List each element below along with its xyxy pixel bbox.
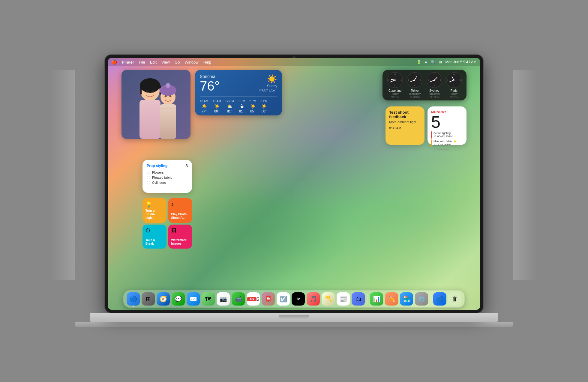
clock-cupertino: 12 3 6 9 Cupertino Today +0HRS [387, 72, 404, 98]
reminder-item-2: Cylinders [147, 181, 188, 184]
dock-system-preferences[interactable]: ⚙️ [415, 292, 428, 306]
dock-mail[interactable]: ✉️ [187, 292, 200, 306]
reminder-item-0: Flowers [147, 171, 188, 174]
notes-title: Test shoot feedback [389, 110, 421, 119]
weather-hour-0: 10 AM ☀️ 77° [200, 100, 208, 113]
screen: 🍎 Finder File Edit View Go Window Help 🔋… [108, 58, 480, 310]
reminders-widget: Prop styling 3 Flowers Pleated fabric Cy… [142, 160, 192, 193]
dock-numbers[interactable]: 📊 [370, 292, 383, 306]
calendar-day: 5 [431, 114, 463, 130]
menubar-right: 🔋 ● 🔍 ⊞ Mon Jun 5 9:41 AM [417, 60, 476, 64]
weather-condition: Sunny [259, 84, 277, 88]
notes-body: More ambient light [389, 120, 421, 124]
reminders-title: Prop styling [147, 164, 167, 168]
file-menu[interactable]: File [139, 60, 145, 64]
control-center-icon[interactable]: ⊞ [439, 60, 442, 64]
macbook-base [90, 313, 498, 322]
apple-menu[interactable]: 🍎 [112, 59, 117, 65]
menubar: 🍎 Finder File Edit View Go Window Help 🔋… [108, 58, 480, 66]
dock-calendar[interactable]: JUN 5 [247, 292, 260, 306]
shortcut-studio-light[interactable]: 💡 Turn on Studio Ligh... [142, 198, 166, 223]
weather-sun-icon: ☀️ [259, 74, 277, 84]
svg-point-8 [152, 90, 154, 93]
dock-finder[interactable]: 🔵 [127, 292, 140, 306]
photo-svg [122, 70, 190, 139]
dock-news[interactable]: 📰 [337, 292, 350, 306]
svg-rect-6 [140, 100, 160, 139]
svg-point-11 [166, 83, 170, 88]
notes-time: 8:30 AM [389, 126, 421, 130]
help-menu[interactable]: Help [203, 60, 212, 64]
weather-temp: 76° [200, 79, 220, 93]
wifi-icon: ● [425, 60, 427, 64]
dock: 🔵 ⊞ 🧭 💬 [124, 291, 464, 307]
dock-maps[interactable]: 🗺 [202, 292, 215, 306]
dock-pages[interactable]: ✏️ [385, 292, 398, 306]
menubar-left: 🍎 Finder File Edit View Go Window Help [112, 59, 211, 65]
screen-bezel: 🍎 Finder File Edit View Go Window Help 🔋… [105, 55, 483, 313]
calendar-more-events: 1 more event [431, 148, 463, 151]
view-menu[interactable]: View [161, 60, 170, 64]
music-icon: ♪ [171, 201, 189, 207]
datetime-display: Mon Jun 5 9:41 AM [446, 60, 476, 64]
dock-files[interactable]: 🗂 [352, 292, 365, 306]
clock-sydney: 12 3 6 9 Sydney Tomorrow +17HRS [426, 72, 443, 98]
clock-tokyo: 12 3 6 9 Tokyo Tomorrow +16HRS [406, 72, 423, 98]
notes-widget: Test shoot feedback More ambient light 8… [386, 106, 424, 145]
weather-highlow: H:88° L:57° [259, 88, 277, 92]
image-icon: 🖼 [171, 228, 189, 234]
battery-icon: 🔋 [417, 60, 421, 64]
dock-contacts[interactable]: 📮 [262, 292, 275, 306]
svg-point-7 [146, 90, 148, 93]
weather-location: Sonoma [200, 74, 220, 79]
shortcut-take-break[interactable]: ⏱ Take A Break [142, 225, 166, 249]
dock-separator-2 [430, 294, 431, 304]
calendar-event-1: Meet with talent 🌟 12:30–1:00PM [431, 139, 463, 147]
dock-siri[interactable]: 🔵 [433, 292, 446, 306]
clock-paris: 12 3 6 9 Paris Today +9HRS [446, 72, 463, 98]
calendar-event-0: Set up lighting 12:00–12:30PM [431, 131, 463, 139]
weather-hour-4: 2 PM ☀️ 85° [249, 100, 256, 113]
weather-hour-5: 3 PM ☀️ 88° [260, 100, 267, 113]
dock-appstore[interactable]: 🏪 [400, 292, 413, 306]
dock-appletv[interactable]: tv [292, 292, 305, 306]
shortcut-play-music[interactable]: ♪ Play Photo Shoot P... [168, 198, 192, 223]
weather-hour-2: 12 PM ⛅ 81° [225, 100, 234, 113]
dock-freeform[interactable]: 〽️ [322, 292, 335, 306]
dock-music[interactable]: 🎵 [307, 292, 320, 306]
dock-separator [367, 294, 368, 304]
reminders-header: Prop styling 3 [147, 163, 188, 168]
svg-point-13 [170, 95, 172, 97]
shortcut-watermark[interactable]: 🖼 Watermark Images [168, 225, 192, 249]
svg-rect-4 [140, 85, 142, 94]
clock-face-paris: 12 3 6 9 [446, 72, 462, 88]
clock-face-cupertino: 12 3 6 9 [387, 72, 403, 88]
dock-photos[interactable]: 📷 [217, 292, 230, 306]
macbook-foot [75, 322, 513, 327]
dock-safari[interactable]: 🧭 [157, 292, 170, 306]
svg-point-3 [140, 78, 160, 93]
finder-menu[interactable]: Finder [122, 60, 134, 64]
clocks-widget: 12 3 6 9 Cupertino Today +0HRS [382, 70, 466, 100]
edit-menu[interactable]: Edit [150, 60, 157, 64]
photo-content [122, 70, 190, 139]
shortcuts-widget: 💡 Turn on Studio Ligh... ♪ Play Photo Sh… [142, 198, 192, 249]
clock-face-sydney: 12 3 6 9 [427, 72, 442, 88]
reminder-item-1: Pleated fabric [147, 176, 188, 179]
dock-reminders[interactable]: ☑️ [277, 292, 290, 306]
weather-hour-1: 11 AM ☀️ 80° [212, 100, 221, 113]
lightbulb-icon: 💡 [146, 201, 164, 208]
dock-messages[interactable]: 💬 [172, 292, 185, 306]
search-icon[interactable]: 🔍 [431, 60, 435, 64]
reminders-count: 3 [185, 163, 188, 168]
svg-point-12 [165, 95, 167, 97]
calendar-widget: Monday 5 Set up lighting 12:00–12:30PM M… [428, 106, 466, 145]
photos-widget [122, 70, 190, 139]
weather-widget: Sonoma 76° ☀️ Sunny H:88° L:57° 10 AM ☀️ [195, 70, 282, 115]
dock-launchpad[interactable]: ⊞ [142, 292, 155, 306]
window-menu[interactable]: Window [184, 60, 198, 64]
weather-hour-3: 1 PM 🌤 81° [238, 100, 245, 113]
dock-trash[interactable]: 🗑 [448, 292, 461, 306]
go-menu[interactable]: Go [175, 60, 180, 64]
dock-facetime[interactable]: 📹 [232, 292, 245, 306]
